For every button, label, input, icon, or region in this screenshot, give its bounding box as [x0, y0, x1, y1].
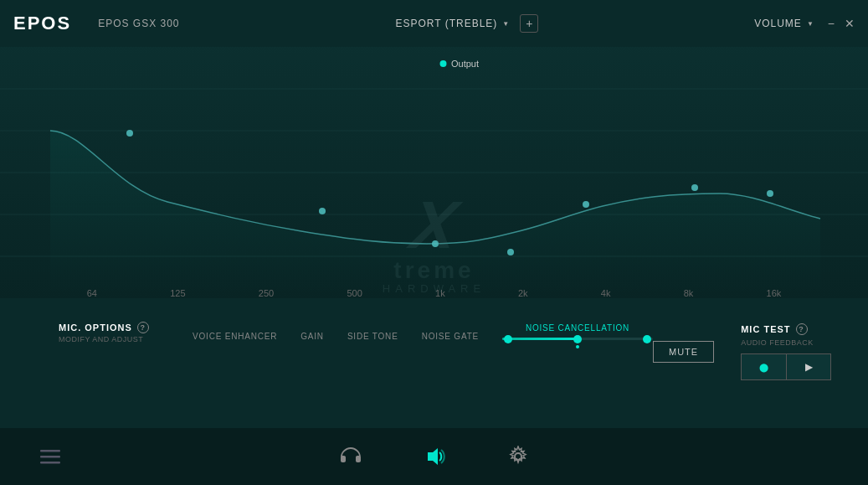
mic-controls: VOICE ENHANCER GAIN SIDE TONE NOISE GATE… [193, 320, 653, 348]
mic-options-title-text: MIC. OPTIONS [59, 322, 132, 333]
titlebar-left: EPOS EPOS GSX 300 [13, 13, 180, 34]
svg-point-12 [767, 190, 773, 197]
noise-cancellation-active-dot [576, 345, 579, 348]
svg-point-17 [515, 453, 521, 460]
noise-gate-label: NOISE GATE [422, 332, 479, 341]
mic-options-subtitle: MODIFY AND ADJUST [59, 335, 193, 343]
play-icon: ▶ [805, 361, 813, 373]
volume-arrow-icon: ▼ [807, 20, 814, 28]
svg-point-7 [319, 208, 326, 214]
noise-cancellation-control[interactable]: NOISE CANCELLATION [502, 323, 653, 348]
svg-point-11 [691, 184, 698, 191]
device-name: EPOS GSX 300 [98, 18, 179, 29]
preset-dropdown[interactable]: ESPORT (TREBLE) ▼ [395, 18, 510, 29]
noise-cancellation-thumb-end[interactable] [643, 335, 651, 343]
svg-point-6 [126, 130, 133, 137]
svg-rect-14 [40, 456, 60, 458]
mic-record-button[interactable]: ⬤ [741, 353, 786, 380]
freq-label-8k: 8k [684, 288, 694, 298]
svg-rect-15 [40, 462, 60, 464]
titlebar-right: VOLUME ▼ − ✕ [754, 18, 855, 29]
svg-rect-13 [40, 450, 60, 452]
freq-label-16k: 16k [767, 288, 782, 298]
mic-test-section: MIC TEST ? AUDIO FEEDBACK ⬤ ▶ [741, 323, 831, 380]
freq-label-125: 125 [170, 288, 185, 298]
close-button[interactable]: ✕ [845, 18, 855, 29]
mic-test-title-text: MIC TEST [741, 324, 790, 334]
freq-label-64: 64 [87, 288, 97, 298]
mute-button[interactable]: MUTE [653, 341, 714, 363]
menu-nav-icon[interactable] [33, 440, 67, 473]
mic-test-buttons: ⬤ ▶ [741, 353, 831, 380]
voice-enhancer-control[interactable]: VOICE ENHANCER [193, 332, 277, 341]
eq-curve-svg [0, 47, 868, 298]
freq-label-500: 500 [347, 288, 362, 298]
volume-dropdown[interactable]: VOLUME ▼ [754, 18, 814, 29]
freq-labels: 64 125 250 500 1k 2k 4k 8k 16k [0, 288, 868, 298]
noise-cancellation-fill [502, 338, 578, 340]
noise-cancellation-thumb-start[interactable] [504, 335, 512, 343]
freq-label-2k: 2k [518, 288, 528, 298]
noise-cancellation-thumb-mid[interactable] [573, 335, 582, 343]
freq-label-1k: 1k [435, 288, 445, 298]
add-preset-button[interactable]: + [520, 14, 538, 33]
volume-label-text: VOLUME [754, 18, 802, 29]
window-controls: − ✕ [828, 18, 855, 29]
bottom-nav [0, 428, 868, 485]
right-controls: MUTE MIC TEST ? AUDIO FEEDBACK ⬤ ▶ [653, 320, 831, 380]
noise-cancellation-slider[interactable] [502, 338, 653, 340]
mic-test-subtitle: AUDIO FEEDBACK [741, 338, 831, 347]
voice-enhancer-label: VOICE ENHANCER [193, 332, 277, 341]
app-logo: EPOS [13, 13, 71, 34]
gain-label: GAIN [300, 332, 324, 341]
mic-options-help-icon[interactable]: ? [137, 322, 149, 333]
eq-area: Output 64 125 250 500 1k 2k 4k 8k 16k [0, 47, 868, 298]
freq-label-250: 250 [259, 288, 274, 298]
mic-play-button[interactable]: ▶ [786, 353, 831, 380]
headphones-nav-icon[interactable] [334, 440, 367, 473]
noise-cancellation-label: NOISE CANCELLATION [526, 323, 629, 333]
svg-marker-16 [428, 448, 438, 465]
mic-test-help-icon[interactable]: ? [796, 323, 808, 335]
mic-test-title: MIC TEST ? [741, 323, 831, 335]
gain-control[interactable]: GAIN [300, 332, 324, 341]
freq-label-4k: 4k [601, 288, 611, 298]
titlebar: EPOS EPOS GSX 300 ESPORT (TREBLE) ▼ + VO… [0, 0, 868, 47]
noise-gate-control[interactable]: NOISE GATE [422, 332, 479, 341]
mic-section: MIC. OPTIONS ? MODIFY AND ADJUST VOICE E… [0, 310, 868, 394]
preset-arrow-icon: ▼ [502, 20, 510, 28]
minimize-button[interactable]: − [828, 18, 835, 29]
settings-nav-icon[interactable] [501, 440, 535, 473]
mic-options-title: MIC. OPTIONS ? [59, 322, 193, 333]
titlebar-center: ESPORT (TREBLE) ▼ + [395, 14, 538, 33]
mic-options-label: MIC. OPTIONS ? MODIFY AND ADJUST [59, 322, 193, 343]
record-icon: ⬤ [759, 363, 768, 372]
preset-label: ESPORT (TREBLE) [395, 18, 497, 29]
side-tone-label: SIDE TONE [347, 332, 398, 341]
side-tone-control[interactable]: SIDE TONE [347, 332, 398, 341]
svg-point-10 [583, 201, 589, 208]
nav-center [334, 440, 535, 473]
speaker-nav-icon[interactable] [418, 440, 451, 473]
